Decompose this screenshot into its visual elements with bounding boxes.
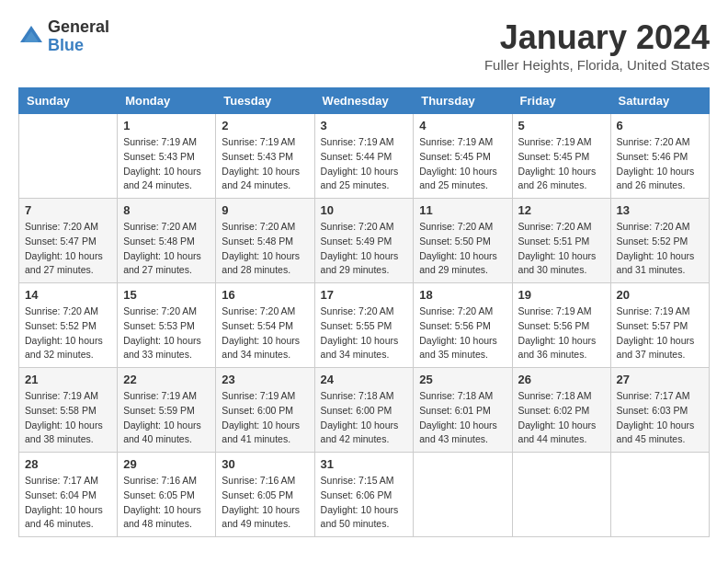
- day-number: 18: [419, 288, 506, 302]
- calendar-cell: 9Sunrise: 7:20 AMSunset: 5:48 PMDaylight…: [216, 199, 314, 283]
- calendar-cell: 25Sunrise: 7:18 AMSunset: 6:01 PMDayligh…: [414, 368, 512, 453]
- day-number: 23: [222, 373, 308, 386]
- day-info: Sunrise: 7:17 AMSunset: 6:03 PMDaylight:…: [617, 389, 703, 447]
- logo-general-text: General: [48, 18, 109, 37]
- day-number: 14: [25, 288, 111, 302]
- logo-icon: [18, 24, 44, 50]
- calendar-cell: [610, 453, 709, 537]
- calendar-cell: 3Sunrise: 7:19 AMSunset: 5:44 PMDaylight…: [314, 114, 414, 199]
- calendar-week-row: 21Sunrise: 7:19 AMSunset: 5:58 PMDayligh…: [19, 368, 710, 453]
- weekday-header-monday: Monday: [118, 88, 216, 114]
- day-info: Sunrise: 7:20 AMSunset: 5:55 PMDaylight:…: [321, 304, 408, 362]
- weekday-header-tuesday: Tuesday: [216, 88, 314, 114]
- calendar-week-row: 7Sunrise: 7:20 AMSunset: 5:47 PMDaylight…: [19, 199, 710, 283]
- day-number: 21: [25, 373, 111, 386]
- day-info: Sunrise: 7:18 AMSunset: 6:00 PMDaylight:…: [321, 389, 408, 447]
- day-info: Sunrise: 7:20 AMSunset: 5:56 PMDaylight:…: [419, 304, 506, 362]
- calendar-cell: 1Sunrise: 7:19 AMSunset: 5:43 PMDaylight…: [118, 114, 216, 199]
- calendar-week-row: 1Sunrise: 7:19 AMSunset: 5:43 PMDaylight…: [19, 114, 710, 199]
- calendar-table: SundayMondayTuesdayWednesdayThursdayFrid…: [18, 87, 710, 537]
- day-number: 28: [25, 457, 111, 471]
- day-info: Sunrise: 7:19 AMSunset: 5:44 PMDaylight:…: [321, 135, 408, 193]
- calendar-cell: 27Sunrise: 7:17 AMSunset: 6:03 PMDayligh…: [610, 368, 709, 453]
- weekday-header-row: SundayMondayTuesdayWednesdayThursdayFrid…: [19, 88, 710, 114]
- day-number: 27: [617, 373, 703, 386]
- day-number: 15: [123, 288, 210, 302]
- day-info: Sunrise: 7:20 AMSunset: 5:47 PMDaylight:…: [25, 220, 111, 278]
- day-number: 13: [617, 203, 703, 217]
- day-info: Sunrise: 7:20 AMSunset: 5:52 PMDaylight:…: [25, 304, 111, 362]
- day-info: Sunrise: 7:18 AMSunset: 6:01 PMDaylight:…: [419, 389, 506, 447]
- day-number: 19: [518, 288, 605, 302]
- day-info: Sunrise: 7:19 AMSunset: 5:45 PMDaylight:…: [518, 135, 605, 193]
- calendar-cell: 28Sunrise: 7:17 AMSunset: 6:04 PMDayligh…: [19, 453, 118, 537]
- weekday-header-thursday: Thursday: [414, 88, 512, 114]
- day-info: Sunrise: 7:20 AMSunset: 5:54 PMDaylight:…: [222, 304, 308, 362]
- title-area: January 2024 Fuller Heights, Florida, Un…: [484, 18, 710, 73]
- day-info: Sunrise: 7:20 AMSunset: 5:48 PMDaylight:…: [123, 220, 210, 278]
- day-info: Sunrise: 7:20 AMSunset: 5:51 PMDaylight:…: [518, 220, 605, 278]
- day-info: Sunrise: 7:19 AMSunset: 5:43 PMDaylight:…: [222, 135, 308, 193]
- calendar-cell: 19Sunrise: 7:19 AMSunset: 5:56 PMDayligh…: [512, 283, 610, 368]
- day-number: 31: [321, 457, 408, 471]
- calendar-cell: 24Sunrise: 7:18 AMSunset: 6:00 PMDayligh…: [314, 368, 414, 453]
- day-info: Sunrise: 7:15 AMSunset: 6:06 PMDaylight:…: [321, 474, 408, 532]
- calendar-cell: 29Sunrise: 7:16 AMSunset: 6:05 PMDayligh…: [118, 453, 216, 537]
- day-info: Sunrise: 7:19 AMSunset: 5:56 PMDaylight:…: [518, 304, 605, 362]
- weekday-header-sunday: Sunday: [19, 88, 118, 114]
- day-number: 2: [222, 119, 308, 132]
- day-number: 9: [222, 203, 308, 217]
- calendar-cell: 11Sunrise: 7:20 AMSunset: 5:50 PMDayligh…: [414, 199, 512, 283]
- logo: General Blue: [18, 18, 109, 55]
- calendar-cell: 20Sunrise: 7:19 AMSunset: 5:57 PMDayligh…: [610, 283, 709, 368]
- day-info: Sunrise: 7:16 AMSunset: 6:05 PMDaylight:…: [123, 474, 210, 532]
- logo-blue-text: Blue: [48, 37, 109, 55]
- day-info: Sunrise: 7:19 AMSunset: 5:59 PMDaylight:…: [123, 389, 210, 447]
- day-number: 24: [321, 373, 408, 386]
- day-info: Sunrise: 7:20 AMSunset: 5:46 PMDaylight:…: [617, 135, 703, 193]
- weekday-header-saturday: Saturday: [610, 88, 709, 114]
- day-info: Sunrise: 7:20 AMSunset: 5:53 PMDaylight:…: [123, 304, 210, 362]
- calendar-cell: 17Sunrise: 7:20 AMSunset: 5:55 PMDayligh…: [314, 283, 414, 368]
- calendar-cell: [414, 453, 512, 537]
- day-number: 7: [25, 203, 111, 217]
- calendar-cell: 21Sunrise: 7:19 AMSunset: 5:58 PMDayligh…: [19, 368, 118, 453]
- day-info: Sunrise: 7:19 AMSunset: 5:57 PMDaylight:…: [617, 304, 703, 362]
- calendar-cell: 13Sunrise: 7:20 AMSunset: 5:52 PMDayligh…: [610, 199, 709, 283]
- calendar-cell: 2Sunrise: 7:19 AMSunset: 5:43 PMDaylight…: [216, 114, 314, 199]
- calendar-cell: 7Sunrise: 7:20 AMSunset: 5:47 PMDaylight…: [19, 199, 118, 283]
- month-title: January 2024: [484, 18, 710, 57]
- calendar-cell: 14Sunrise: 7:20 AMSunset: 5:52 PMDayligh…: [19, 283, 118, 368]
- day-number: 25: [419, 373, 506, 386]
- weekday-header-wednesday: Wednesday: [314, 88, 414, 114]
- calendar-cell: [19, 114, 118, 199]
- calendar-cell: 30Sunrise: 7:16 AMSunset: 6:05 PMDayligh…: [216, 453, 314, 537]
- day-number: 4: [419, 119, 506, 132]
- day-info: Sunrise: 7:20 AMSunset: 5:52 PMDaylight:…: [617, 220, 703, 278]
- calendar-cell: 18Sunrise: 7:20 AMSunset: 5:56 PMDayligh…: [414, 283, 512, 368]
- calendar-cell: 6Sunrise: 7:20 AMSunset: 5:46 PMDaylight…: [610, 114, 709, 199]
- day-number: 10: [321, 203, 408, 217]
- day-number: 8: [123, 203, 210, 217]
- day-number: 6: [617, 119, 703, 132]
- calendar-week-row: 28Sunrise: 7:17 AMSunset: 6:04 PMDayligh…: [19, 453, 710, 537]
- header: General Blue January 2024 Fuller Heights…: [18, 18, 710, 73]
- calendar-cell: 4Sunrise: 7:19 AMSunset: 5:45 PMDaylight…: [414, 114, 512, 199]
- location-title: Fuller Heights, Florida, United States: [484, 57, 710, 73]
- calendar-cell: 12Sunrise: 7:20 AMSunset: 5:51 PMDayligh…: [512, 199, 610, 283]
- day-number: 3: [321, 119, 408, 132]
- calendar-cell: 15Sunrise: 7:20 AMSunset: 5:53 PMDayligh…: [118, 283, 216, 368]
- day-info: Sunrise: 7:19 AMSunset: 5:45 PMDaylight:…: [419, 135, 506, 193]
- day-number: 20: [617, 288, 703, 302]
- day-info: Sunrise: 7:20 AMSunset: 5:50 PMDaylight:…: [419, 220, 506, 278]
- day-info: Sunrise: 7:16 AMSunset: 6:05 PMDaylight:…: [222, 474, 308, 532]
- calendar-cell: 26Sunrise: 7:18 AMSunset: 6:02 PMDayligh…: [512, 368, 610, 453]
- calendar-cell: 10Sunrise: 7:20 AMSunset: 5:49 PMDayligh…: [314, 199, 414, 283]
- day-number: 16: [222, 288, 308, 302]
- day-info: Sunrise: 7:19 AMSunset: 5:58 PMDaylight:…: [25, 389, 111, 447]
- day-info: Sunrise: 7:19 AMSunset: 6:00 PMDaylight:…: [222, 389, 308, 447]
- calendar-cell: 8Sunrise: 7:20 AMSunset: 5:48 PMDaylight…: [118, 199, 216, 283]
- calendar-cell: 31Sunrise: 7:15 AMSunset: 6:06 PMDayligh…: [314, 453, 414, 537]
- calendar-cell: 16Sunrise: 7:20 AMSunset: 5:54 PMDayligh…: [216, 283, 314, 368]
- weekday-header-friday: Friday: [512, 88, 610, 114]
